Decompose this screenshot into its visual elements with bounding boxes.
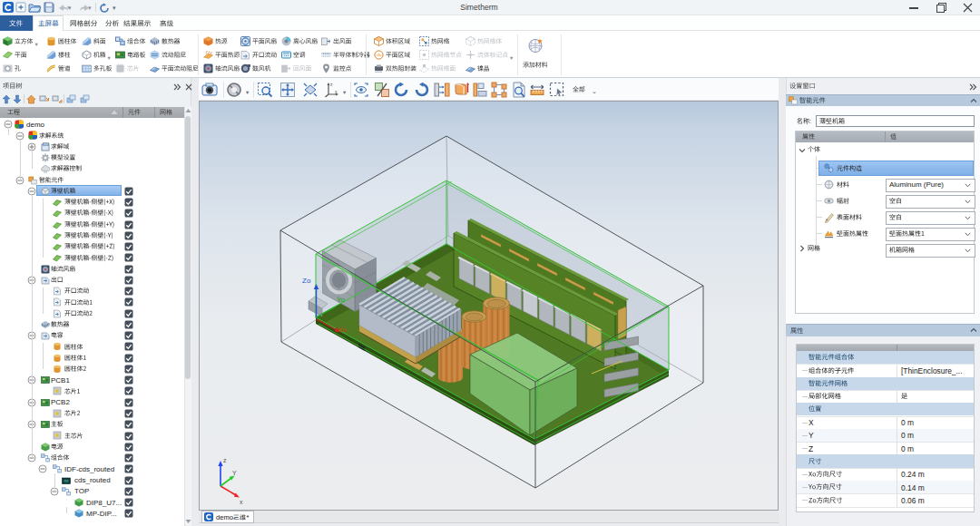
svg-text:z: z [330, 82, 333, 87]
svg-text:x: x [240, 499, 243, 505]
svg-text:z: z [223, 457, 227, 463]
svg-text:Y: Y [232, 470, 237, 476]
svg-text:x: x [335, 89, 338, 94]
